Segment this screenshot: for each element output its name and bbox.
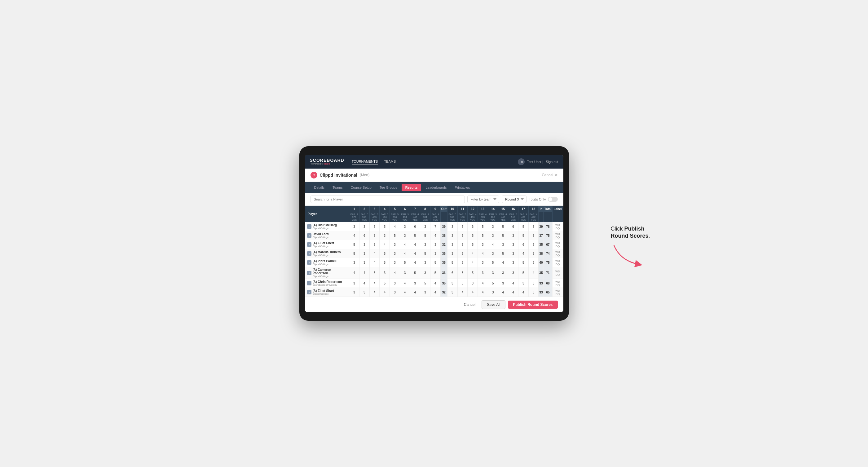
score-hole-14[interactable]: 3	[488, 222, 498, 231]
score-hole-17[interactable]: 5	[518, 231, 528, 240]
score-hole-12[interactable]: 3	[468, 279, 478, 288]
score-hole-2[interactable]: 6	[359, 231, 369, 240]
score-hole-12[interactable]: 5	[468, 267, 478, 279]
score-hole-13[interactable]: 5	[478, 231, 488, 240]
score-hole-17[interactable]: 5	[518, 222, 528, 231]
score-hole-14[interactable]: 4	[488, 240, 498, 249]
score-hole-11[interactable]: 3	[457, 267, 468, 279]
score-hole-5[interactable]: 4	[390, 222, 400, 231]
score-hole-13[interactable]: 3	[478, 240, 488, 249]
publish-round-scores-button[interactable]: Publish Round Scores	[508, 301, 557, 309]
score-hole-11[interactable]: 5	[457, 249, 468, 258]
wd-label[interactable]: WD	[555, 232, 560, 236]
dq-label[interactable]: DQ	[556, 254, 560, 257]
score-hole-3[interactable]: 4	[369, 279, 380, 288]
cancel-tournament-btn[interactable]: Cancel ✕	[542, 173, 557, 177]
wd-label[interactable]: WD	[555, 270, 560, 273]
score-hole-4[interactable]: 3	[380, 267, 390, 279]
score-hole-2[interactable]: 3	[359, 258, 369, 267]
score-hole-15[interactable]: 5	[498, 222, 508, 231]
score-hole-10[interactable]: 3	[447, 231, 457, 240]
score-hole-1[interactable]: 5	[349, 249, 360, 258]
score-hole-17[interactable]: 4	[518, 288, 528, 297]
score-hole-16[interactable]: 6	[508, 222, 519, 231]
score-hole-18[interactable]: 3	[528, 279, 538, 288]
score-hole-6[interactable]: 4	[400, 288, 410, 297]
score-hole-14[interactable]: 3	[488, 288, 498, 297]
score-hole-10[interactable]: 3	[447, 240, 457, 249]
score-hole-16[interactable]: 3	[508, 231, 519, 240]
score-hole-3[interactable]: 5	[369, 222, 380, 231]
footer-cancel-button[interactable]: Cancel	[460, 301, 479, 309]
score-hole-13[interactable]: 5	[478, 222, 488, 231]
score-label[interactable]: WD DQ	[552, 222, 563, 231]
score-hole-12[interactable]: 6	[468, 222, 478, 231]
score-hole-5[interactable]: 3	[390, 279, 400, 288]
score-hole-13[interactable]: 3	[478, 258, 488, 267]
score-hole-11[interactable]: 4	[457, 288, 468, 297]
score-hole-8[interactable]: 3	[420, 240, 430, 249]
score-hole-11[interactable]: 5	[457, 258, 468, 267]
score-hole-6[interactable]: 4	[400, 249, 410, 258]
score-hole-6[interactable]: 4	[400, 240, 410, 249]
score-hole-16[interactable]: 3	[508, 267, 519, 279]
score-hole-3[interactable]: 5	[369, 267, 380, 279]
score-hole-18[interactable]: 3	[528, 288, 538, 297]
score-hole-9[interactable]: 5	[430, 258, 440, 267]
score-hole-6[interactable]: 4	[400, 279, 410, 288]
score-hole-6[interactable]: 5	[400, 258, 410, 267]
score-label[interactable]: WD DQ	[552, 267, 563, 279]
filter-team-select[interactable]: Filter by team	[467, 195, 499, 203]
score-hole-7[interactable]: 4	[410, 258, 420, 267]
score-hole-6[interactable]: 3	[400, 222, 410, 231]
score-hole-16[interactable]: 3	[508, 249, 519, 258]
score-hole-12[interactable]: 5	[468, 231, 478, 240]
score-hole-18[interactable]: 3	[528, 222, 538, 231]
score-hole-14[interactable]: 3	[488, 249, 498, 258]
score-hole-16[interactable]: 3	[508, 240, 519, 249]
score-hole-14[interactable]: 3	[488, 231, 498, 240]
score-hole-16[interactable]: 3	[508, 258, 519, 267]
score-hole-8[interactable]: 5	[420, 279, 430, 288]
tab-printables[interactable]: Printables	[451, 184, 473, 191]
score-hole-3[interactable]: 4	[369, 288, 380, 297]
score-hole-10[interactable]: 6	[447, 267, 457, 279]
score-hole-9[interactable]: 4	[430, 288, 440, 297]
score-label[interactable]: WD DQ	[552, 279, 563, 288]
score-hole-1[interactable]: 4	[349, 267, 360, 279]
score-hole-7[interactable]: 4	[410, 249, 420, 258]
tab-leaderboards[interactable]: Leaderboards	[422, 184, 450, 191]
score-hole-8[interactable]: 3	[420, 288, 430, 297]
score-hole-2[interactable]: 4	[359, 267, 369, 279]
score-hole-17[interactable]: 6	[518, 240, 528, 249]
score-hole-17[interactable]: 3	[518, 279, 528, 288]
tab-course-setup[interactable]: Course Setup	[347, 184, 375, 191]
score-hole-17[interactable]: 4	[518, 249, 528, 258]
score-hole-9[interactable]: 3	[430, 240, 440, 249]
score-hole-2[interactable]: 3	[359, 240, 369, 249]
wd-label[interactable]: WD	[555, 223, 560, 226]
score-hole-1[interactable]: 5	[349, 240, 360, 249]
score-hole-18[interactable]: 5	[528, 240, 538, 249]
score-hole-16[interactable]: 4	[508, 279, 519, 288]
score-hole-13[interactable]: 4	[478, 249, 488, 258]
score-hole-1[interactable]: 4	[349, 231, 360, 240]
score-hole-4[interactable]: 5	[380, 249, 390, 258]
score-hole-10[interactable]: 5	[447, 258, 457, 267]
score-hole-15[interactable]: 3	[498, 267, 508, 279]
score-hole-18[interactable]: 3	[528, 231, 538, 240]
score-hole-11[interactable]: 3	[457, 240, 468, 249]
score-hole-12[interactable]: 4	[468, 249, 478, 258]
wd-label[interactable]: WD	[555, 250, 560, 253]
score-hole-16[interactable]: 4	[508, 288, 519, 297]
score-label[interactable]: WD DQ	[552, 288, 563, 297]
round-select[interactable]: Round 3	[502, 195, 527, 203]
score-hole-18[interactable]: 4	[528, 267, 538, 279]
wd-label[interactable]: WD	[555, 289, 560, 292]
score-hole-8[interactable]: 3	[420, 222, 430, 231]
wd-label[interactable]: WD	[555, 241, 560, 245]
score-hole-4[interactable]: 4	[380, 240, 390, 249]
score-hole-8[interactable]: 5	[420, 249, 430, 258]
score-hole-12[interactable]: 4	[468, 258, 478, 267]
score-hole-7[interactable]: 6	[410, 222, 420, 231]
